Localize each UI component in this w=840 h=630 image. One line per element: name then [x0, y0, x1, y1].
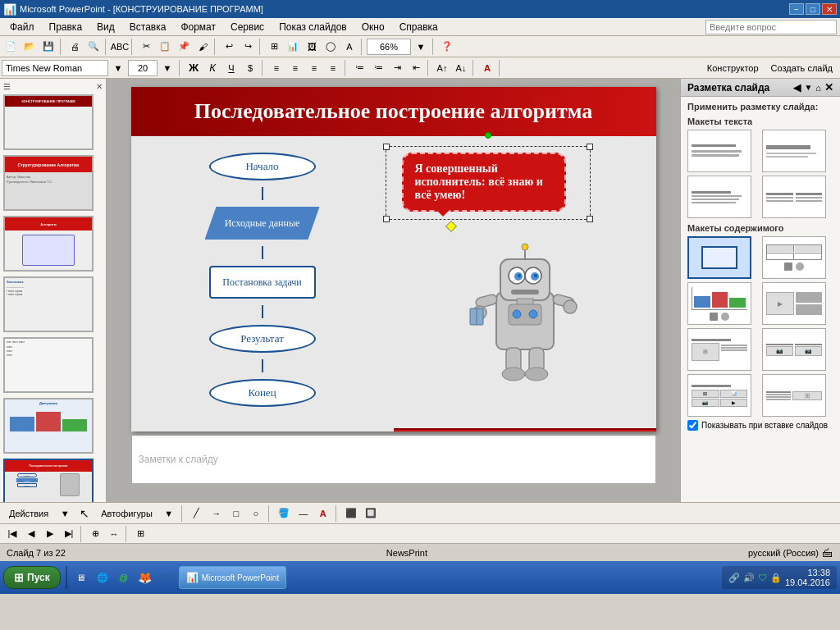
panel-home-icon[interactable]: ⌂ [815, 83, 821, 93]
slide-thumbnail[interactable]: Заголовок ────────── • текст строки • те… [3, 276, 94, 332]
designer-button[interactable]: Конструктор [701, 59, 765, 77]
nav-last[interactable]: ▶| [60, 525, 78, 543]
print-preview-button[interactable]: 🔍 [84, 38, 103, 56]
fit-width-btn[interactable]: ↔ [105, 525, 123, 543]
insert-chart-button[interactable]: 📊 [284, 38, 302, 56]
slide-thumbnail[interactable]: Структурирование Алгоритма Автор: Иванов… [3, 155, 94, 211]
layout-content-2[interactable] [762, 236, 826, 279]
save-button[interactable]: 💾 [39, 38, 57, 56]
line-color-button[interactable]: — [294, 504, 313, 523]
autoshapes-dropdown[interactable]: ▼ [160, 504, 178, 523]
flowchart-result[interactable]: Результат [209, 325, 316, 353]
help-search-input[interactable] [705, 20, 837, 34]
shadow-tool[interactable]: ⬛ [342, 504, 360, 523]
align-center-button[interactable]: ≡ [286, 59, 304, 77]
slide-thumbnail[interactable]: Последовательное построение Начало Данны… [3, 459, 94, 502]
show-on-insert-checkbox[interactable] [687, 420, 698, 431]
mail-btn[interactable]: @ [115, 568, 133, 587]
layout-content-1[interactable] [687, 236, 751, 279]
layout-content-5[interactable]: ⊞ [687, 328, 751, 371]
slide-thumbnail[interactable]: Алгоритм [3, 216, 94, 272]
align-left-button[interactable]: ≡ [267, 59, 285, 77]
word-btn[interactable]: W [158, 568, 176, 587]
bold-button[interactable]: Ж [185, 59, 203, 77]
bullets-button[interactable]: ≔ [350, 59, 368, 77]
panel-arrow-icon[interactable]: ▼ [804, 83, 812, 92]
format-painter-button[interactable]: 🖌 [194, 38, 212, 56]
slide-thumbnail[interactable]: КОНСТРУИРОВАНИЕ ПРОГРАММ [3, 94, 94, 150]
arrow-tool[interactable]: → [208, 504, 226, 523]
font-family-input[interactable] [2, 60, 108, 76]
menu-format[interactable]: Формат [174, 20, 222, 34]
flowchart-process[interactable]: Постановка задачи [209, 266, 316, 299]
layout-title-only[interactable] [762, 130, 826, 172]
show-desktop-btn[interactable]: 🖥 [72, 568, 90, 587]
font-color-button[interactable]: A [478, 59, 496, 77]
line-tool[interactable]: ╱ [188, 504, 206, 523]
paste-button[interactable]: 📌 [175, 38, 193, 56]
notes-area[interactable]: Заметки к слайду [131, 435, 656, 484]
menu-tools[interactable]: Сервис [224, 20, 271, 34]
panel-back-icon[interactable]: ◀ [793, 82, 801, 94]
rect-tool[interactable]: □ [227, 504, 245, 523]
nav-next[interactable]: ▶ [41, 525, 59, 543]
menu-file[interactable]: Файл [3, 20, 41, 34]
layout-content-7[interactable]: ⊞ 📊 📷 ▶ [687, 374, 751, 417]
size-dropdown-button[interactable]: ▼ [158, 59, 176, 77]
panel-close[interactable]: ✕ [96, 82, 103, 91]
speech-bubble[interactable]: Я совершенный исполнитель: всё знаю и вс… [402, 153, 566, 212]
numbering-button[interactable]: ≔ [369, 59, 387, 77]
zoom-dropdown-button[interactable]: ▼ [412, 38, 430, 56]
decrease-indent-button[interactable]: ⇤ [407, 59, 425, 77]
actions-button[interactable]: Действия [3, 504, 54, 523]
spell-check-button[interactable]: ABC [111, 38, 129, 56]
start-button[interactable]: ⊞ Пуск [3, 566, 61, 589]
fill-color-button[interactable]: 🪣 [275, 504, 293, 523]
layout-content-4[interactable]: ▶ [762, 282, 826, 325]
layout-blank[interactable] [687, 130, 751, 172]
menu-window[interactable]: Окно [355, 20, 391, 34]
help-button[interactable]: ❓ [438, 38, 456, 56]
increase-indent-button[interactable]: ⇥ [388, 59, 406, 77]
justify-button[interactable]: ≡ [324, 59, 342, 77]
new-slide-button[interactable]: Создать слайд [765, 59, 838, 77]
autoshapes-button[interactable]: Автофигуры [95, 504, 158, 523]
panel-close-icon[interactable]: ✕ [824, 81, 833, 94]
layout-bullet[interactable] [687, 176, 751, 218]
firefox-btn[interactable]: 🦊 [136, 568, 154, 587]
menu-slideshow[interactable]: Показ слайдов [272, 20, 354, 34]
flowchart-input[interactable]: Исходные данные [205, 207, 320, 240]
fit-btn[interactable]: ⊕ [86, 525, 104, 543]
redo-button[interactable]: ↪ [239, 38, 257, 56]
layout-content-8[interactable]: ⊞ [762, 374, 826, 417]
insert-shapes-button[interactable]: ◯ [322, 38, 340, 56]
actions-dropdown[interactable]: ▼ [56, 504, 74, 523]
font-size-input[interactable] [128, 60, 158, 76]
flowchart-start[interactable]: Начало [209, 153, 316, 180]
font-color-btn[interactable]: A [314, 504, 332, 523]
3d-tool[interactable]: 🔲 [362, 504, 380, 523]
print-button[interactable]: 🖨 [66, 38, 84, 56]
checkbox-row[interactable]: Показывать при вставке слайдов [681, 417, 840, 434]
shadow-button[interactable]: $ [241, 59, 259, 77]
grid-btn[interactable]: ⊞ [131, 525, 149, 543]
flowchart-end[interactable]: Конец [209, 379, 316, 407]
layout-content-6[interactable]: 📷 📷 [762, 328, 826, 371]
increase-font-button[interactable]: A↑ [433, 59, 451, 77]
nav-prev[interactable]: ◀ [22, 525, 40, 543]
oval-tool[interactable]: ○ [247, 504, 265, 523]
italic-button[interactable]: К [203, 59, 221, 77]
close-button[interactable]: ✕ [822, 3, 837, 15]
minimize-button[interactable]: − [789, 3, 804, 15]
underline-button[interactable]: Ч [222, 59, 240, 77]
insert-picture-button[interactable]: 🖼 [303, 38, 321, 56]
menu-help[interactable]: Справка [393, 20, 445, 34]
open-button[interactable]: 📂 [21, 38, 39, 56]
align-right-button[interactable]: ≡ [305, 59, 323, 77]
decrease-font-button[interactable]: A↓ [452, 59, 470, 77]
menu-insert[interactable]: Вставка [123, 20, 173, 34]
cut-button[interactable]: ✂ [137, 38, 155, 56]
slide-thumbnail[interactable]: тект текст текст текст текст текст [3, 337, 94, 393]
insert-table-button[interactable]: ⊞ [265, 38, 283, 56]
select-button[interactable]: ↖ [75, 504, 94, 523]
